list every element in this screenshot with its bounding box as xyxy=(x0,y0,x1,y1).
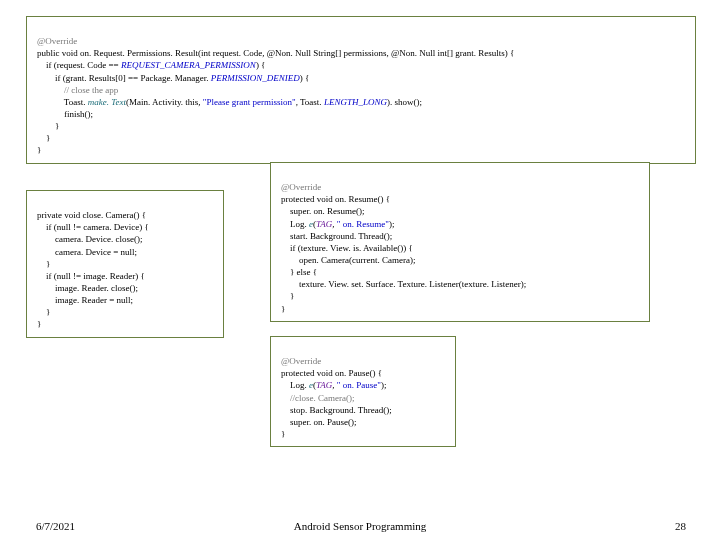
code-line: if (null != camera. Device) { xyxy=(37,222,149,232)
code-line: if (grant. Results[0] == Package. Manage… xyxy=(37,73,309,83)
code-line: finish(); xyxy=(37,109,93,119)
code-line: camera. Device = null; xyxy=(37,247,137,257)
code-line: Toast. make. Text(Main. Activity. this, … xyxy=(37,97,422,107)
code-line: } xyxy=(37,259,50,269)
code-block-onpause: @Override protected void on. Pause() { L… xyxy=(270,336,456,447)
code-line: stop. Background. Thread(); xyxy=(281,405,392,415)
code-line: } else { xyxy=(281,267,317,277)
footer-page-number: 28 xyxy=(675,520,686,532)
code-line: } xyxy=(281,291,294,301)
comment: // close the app xyxy=(37,85,118,95)
code-line: private void close. Camera() { xyxy=(37,210,146,220)
code-line: } xyxy=(37,307,50,317)
annotation: @Override xyxy=(37,36,77,46)
code-line: } xyxy=(281,304,285,314)
code-line: open. Camera(current. Camera); xyxy=(281,255,415,265)
code-block-onresume: @Override protected void on. Resume() { … xyxy=(270,162,650,322)
code-block-onrequest: @Override public void on. Request. Permi… xyxy=(26,16,696,164)
code-line: } xyxy=(37,319,41,329)
code-line: texture. View. set. Surface. Texture. Li… xyxy=(281,279,526,289)
annotation: @Override xyxy=(281,182,321,192)
code-line: } xyxy=(37,145,41,155)
comment: //close. Camera(); xyxy=(281,393,354,403)
code-line: public void on. Request. Permissions. Re… xyxy=(37,48,514,58)
code-line: } xyxy=(37,121,59,131)
code-line: if (null != image. Reader) { xyxy=(37,271,145,281)
code-line: protected void on. Pause() { xyxy=(281,368,382,378)
code-line: Log. e(TAG, " on. Resume"); xyxy=(281,219,394,229)
code-line: if (texture. View. is. Available()) { xyxy=(281,243,413,253)
code-line: camera. Device. close(); xyxy=(37,234,142,244)
footer-title: Android Sensor Programming xyxy=(0,520,720,532)
code-line: super. on. Resume(); xyxy=(281,206,365,216)
annotation: @Override xyxy=(281,356,321,366)
code-line: protected void on. Resume() { xyxy=(281,194,390,204)
code-block-closecamera: private void close. Camera() { if (null … xyxy=(26,190,224,338)
code-line: Log. e(TAG, " on. Pause"); xyxy=(281,380,386,390)
code-line: image. Reader. close(); xyxy=(37,283,138,293)
code-line: } xyxy=(281,429,285,439)
code-line: } xyxy=(37,133,50,143)
code-line: image. Reader = null; xyxy=(37,295,133,305)
code-line: start. Background. Thread(); xyxy=(281,231,392,241)
code-line: if (request. Code == REQUEST_CAMERA_PERM… xyxy=(37,60,265,70)
code-line: super. on. Pause(); xyxy=(281,417,357,427)
